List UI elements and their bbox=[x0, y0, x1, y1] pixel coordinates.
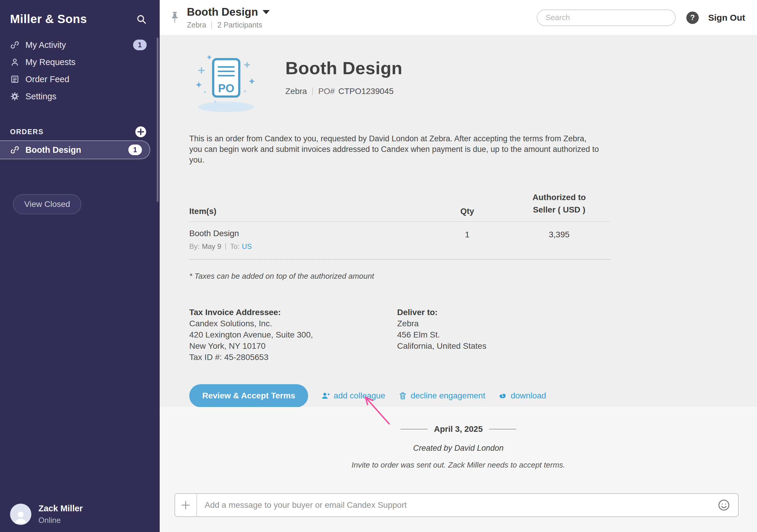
invoice-addressee: Tax Invoice Addressee: Candex Solutions,… bbox=[189, 307, 397, 363]
topbar-right: ? Sign Out bbox=[537, 10, 745, 26]
main-area: Booth Design Zebra 2 Participants ? Sign… bbox=[160, 0, 757, 532]
sidebar-item-my-activity[interactable]: My Activity 1 bbox=[0, 36, 160, 53]
cloud-download-icon bbox=[498, 391, 507, 400]
item-subline: By: May 9 To: US bbox=[189, 242, 426, 251]
message-composer bbox=[174, 493, 739, 517]
sidebar-scrollbar[interactable] bbox=[157, 38, 159, 202]
sidebar-nav: My Activity 1 My Requests Order Feed Se bbox=[0, 36, 160, 105]
help-icon[interactable]: ? bbox=[686, 12, 699, 24]
avatar[interactable] bbox=[10, 504, 31, 525]
item-qty: 1 bbox=[426, 230, 509, 239]
user-status: Online bbox=[39, 516, 83, 525]
addr-line: 456 Elm St. bbox=[397, 329, 605, 340]
sidebar-item-label: My Activity bbox=[25, 40, 66, 50]
addresses: Tax Invoice Addressee: Candex Solutions,… bbox=[189, 307, 727, 363]
sidebar-header: Miller & Sons bbox=[0, 0, 160, 26]
items-table: Item(s) Qty Authorized to Seller ( USD )… bbox=[189, 191, 610, 260]
divider bbox=[400, 429, 428, 429]
po-number: CTPO1239045 bbox=[338, 87, 394, 96]
col-qty: Qty bbox=[426, 207, 509, 216]
message-input[interactable] bbox=[197, 500, 710, 510]
add-person-icon bbox=[321, 391, 330, 400]
item-name: Booth Design bbox=[189, 229, 426, 238]
chevron-down-icon[interactable] bbox=[262, 10, 270, 14]
top-bar: Booth Design Zebra 2 Participants ? Sign… bbox=[160, 0, 757, 36]
po-illustration: PO bbox=[189, 49, 263, 117]
orders-section-header: ORDERS bbox=[0, 123, 160, 140]
status-text: Invite to order was sent out. Zack Mille… bbox=[160, 460, 757, 470]
divider bbox=[225, 243, 226, 250]
timeline-date: April 3, 2025 bbox=[434, 425, 483, 434]
decline-engagement-link[interactable]: decline engagement bbox=[398, 391, 485, 400]
search-input[interactable] bbox=[537, 10, 676, 26]
by-date: May 9 bbox=[202, 242, 221, 251]
divider bbox=[312, 87, 313, 95]
addr-line: Tax ID #: 45-2805653 bbox=[189, 352, 397, 363]
divider bbox=[489, 429, 516, 429]
created-by-text: Created by David London bbox=[160, 444, 757, 453]
addr-line: 420 Lexington Avenue, Suite 300, bbox=[189, 329, 397, 340]
sign-out-button[interactable]: Sign Out bbox=[708, 13, 745, 23]
addr-line: Zebra bbox=[397, 318, 605, 329]
date-divider: April 3, 2025 bbox=[160, 424, 757, 434]
page-title: Booth Design bbox=[187, 6, 258, 18]
items-table-header: Item(s) Qty Authorized to Seller ( USD ) bbox=[189, 191, 610, 222]
addr-line: Candex Solutions, Inc. bbox=[189, 318, 397, 329]
item-amount: 3,395 bbox=[509, 230, 610, 239]
view-closed-button[interactable]: View Closed bbox=[13, 194, 81, 214]
person-icon bbox=[10, 57, 19, 67]
col-items: Item(s) bbox=[189, 207, 426, 216]
by-label: By: bbox=[189, 242, 199, 251]
emoji-icon[interactable] bbox=[717, 499, 730, 512]
sidebar-item-order-feed[interactable]: Order Feed bbox=[0, 71, 160, 88]
order-label: Booth Design bbox=[25, 145, 81, 155]
addr-line: New York, NY 10170 bbox=[189, 340, 397, 352]
download-link[interactable]: download bbox=[498, 391, 546, 400]
subtitle-company: Zebra bbox=[187, 21, 206, 29]
review-accept-terms-button[interactable]: Review & Accept Terms bbox=[189, 384, 308, 407]
trash-icon bbox=[398, 391, 407, 400]
activity-badge: 1 bbox=[133, 40, 147, 50]
add-colleague-link[interactable]: add colleague bbox=[321, 391, 385, 400]
sidebar-item-label: My Requests bbox=[25, 57, 76, 67]
page-subtitle: Zebra 2 Participants bbox=[187, 21, 270, 29]
sidebar-item-label: Settings bbox=[25, 92, 56, 102]
sidebar-item-my-requests[interactable]: My Requests bbox=[0, 53, 160, 71]
user-panel: Zack Miller Online bbox=[10, 504, 83, 525]
order-company: Zebra bbox=[285, 87, 307, 96]
search-icon[interactable] bbox=[136, 14, 147, 24]
activity-link-icon bbox=[10, 40, 19, 50]
user-name: Zack Miller bbox=[39, 504, 83, 514]
table-row: Booth Design By: May 9 To: US 1 3,395 bbox=[189, 222, 610, 260]
subtitle-participants[interactable]: 2 Participants bbox=[217, 21, 262, 29]
timeline-section: April 3, 2025 Created by David London In… bbox=[160, 407, 757, 532]
deliver-to: Deliver to: Zebra 456 Elm St. California… bbox=[397, 307, 605, 363]
order-detail: PO bbox=[160, 36, 757, 407]
col-authorized: Authorized to Seller ( USD ) bbox=[509, 191, 610, 216]
order-link-icon bbox=[10, 145, 19, 155]
to-label: To: bbox=[230, 242, 239, 251]
app-window: Miller & Sons My Activity 1 My Requests bbox=[0, 0, 757, 532]
order-title: Booth Design bbox=[285, 58, 403, 78]
order-badge: 1 bbox=[128, 144, 142, 155]
po-label: PO# bbox=[318, 87, 335, 96]
orders-section-label: ORDERS bbox=[10, 128, 44, 136]
pin-icon[interactable] bbox=[170, 11, 180, 24]
add-order-button[interactable] bbox=[135, 126, 147, 138]
to-country-link[interactable]: US bbox=[242, 242, 252, 251]
gear-icon bbox=[10, 92, 19, 101]
tax-note: * Taxes can be added on top of the autho… bbox=[189, 272, 727, 281]
sidebar: Miller & Sons My Activity 1 My Requests bbox=[0, 0, 160, 532]
topbar-titles: Booth Design Zebra 2 Participants bbox=[187, 6, 270, 29]
actions-row: Review & Accept Terms add colleague decl… bbox=[189, 384, 727, 407]
company-name: Miller & Sons bbox=[10, 13, 87, 26]
addr-line: California, United States bbox=[397, 340, 605, 352]
po-line: Zebra PO# CTPO1239045 bbox=[285, 87, 403, 96]
order-description: This is an order from Candex to you, req… bbox=[189, 133, 600, 165]
feed-icon bbox=[10, 74, 19, 84]
sidebar-order-booth-design[interactable]: Booth Design 1 bbox=[0, 140, 150, 159]
sidebar-item-settings[interactable]: Settings bbox=[0, 88, 160, 105]
sidebar-item-label: Order Feed bbox=[25, 74, 69, 84]
attach-button[interactable] bbox=[175, 494, 197, 516]
po-illustration-label: PO bbox=[218, 82, 234, 95]
